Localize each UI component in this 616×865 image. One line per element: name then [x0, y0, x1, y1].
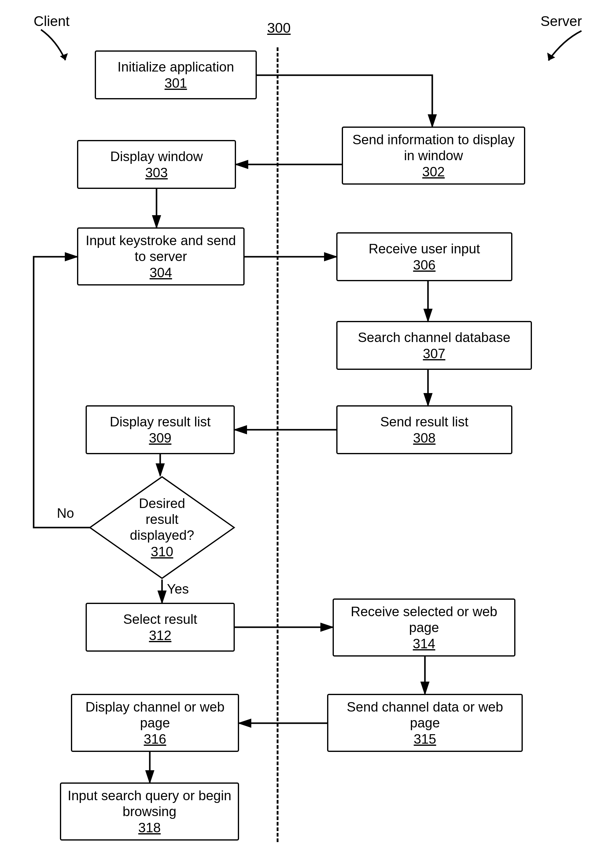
flowchart-canvas: Client Server 300 Initialize application… — [0, 0, 616, 865]
connectors — [0, 0, 616, 865]
